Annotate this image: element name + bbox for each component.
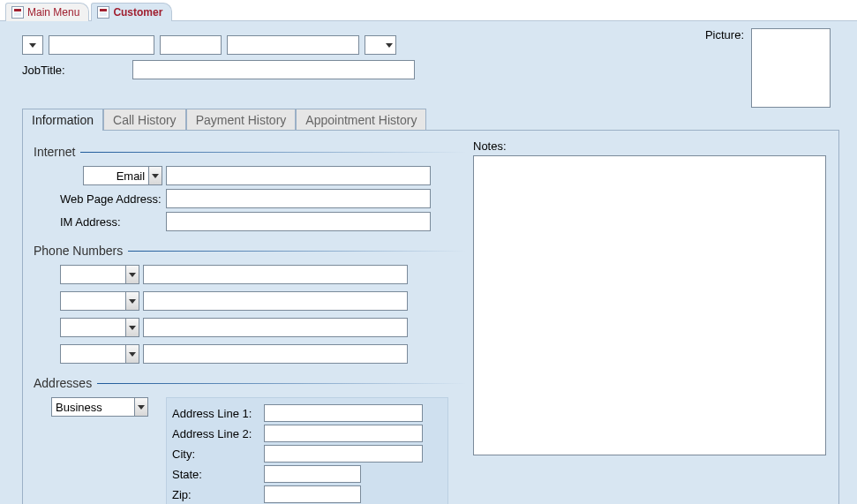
phone-type-combo-1[interactable]	[60, 265, 139, 284]
document-tab-bar: Main Menu Customer	[0, 0, 857, 21]
chevron-down-icon[interactable]	[148, 167, 162, 184]
doc-tab-main-menu[interactable]: Main Menu	[5, 3, 89, 21]
phone-field-3[interactable]	[143, 318, 408, 337]
group-addresses-label: Addresses	[34, 376, 97, 390]
web-field[interactable]	[166, 189, 431, 208]
doc-tab-customer[interactable]: Customer	[91, 3, 172, 21]
im-field[interactable]	[166, 212, 431, 231]
chevron-down-icon[interactable]	[134, 398, 147, 416]
customer-form: JobTitle: Picture: Information Call Hist…	[0, 21, 857, 504]
tab-appointment-history[interactable]: Appointment History	[296, 109, 426, 131]
form-icon	[11, 6, 24, 19]
address-type-combo[interactable]	[51, 397, 148, 417]
notes-label: Notes:	[473, 139, 828, 153]
email-field[interactable]	[166, 166, 431, 185]
picture-frame[interactable]	[751, 28, 831, 108]
phone-type-combo-3[interactable]	[60, 318, 139, 337]
chevron-down-icon[interactable]	[125, 266, 139, 283]
addr-line1-field[interactable]	[264, 404, 423, 422]
last-name-field[interactable]	[227, 35, 359, 55]
address-block: Address Line 1: Address Line 2: City:	[34, 397, 466, 504]
phone-type-value[interactable]	[61, 319, 125, 336]
picture-block: Picture:	[705, 28, 831, 108]
email-type-combo[interactable]	[83, 166, 162, 185]
prefix-dropdown[interactable]	[22, 35, 43, 55]
address-detail: Address Line 1: Address Line 2: City:	[166, 397, 448, 504]
email-type-value[interactable]	[84, 167, 148, 184]
chevron-down-icon[interactable]	[125, 319, 139, 336]
addr-state-field[interactable]	[264, 465, 361, 483]
group-internet-label: Internet	[34, 145, 80, 159]
addr-zip-label: Zip:	[172, 488, 264, 501]
phone-type-combo-2[interactable]	[60, 291, 139, 311]
phone-field-4[interactable]	[143, 344, 408, 364]
doc-tab-label: Customer	[113, 6, 162, 19]
form-icon	[97, 6, 109, 19]
phone-field-1[interactable]	[143, 265, 408, 284]
tab-payment-history[interactable]: Payment History	[186, 109, 297, 131]
doc-tab-label: Main Menu	[27, 6, 79, 19]
first-name-field[interactable]	[49, 35, 154, 55]
tab-strip: Information Call History Payment History…	[22, 108, 839, 130]
phone-type-value[interactable]	[61, 292, 125, 310]
chevron-down-icon	[386, 43, 393, 48]
phone-type-combo-4[interactable]	[60, 344, 139, 364]
jobtitle-label: JobTitle:	[22, 64, 132, 77]
group-addresses: Addresses	[34, 376, 466, 390]
group-phone: Phone Numbers	[34, 244, 466, 258]
tab-information[interactable]: Information	[22, 109, 103, 131]
addr-line2-field[interactable]	[264, 425, 423, 442]
right-column: Notes:	[466, 139, 828, 504]
chevron-down-icon	[29, 43, 36, 48]
address-type-value[interactable]	[52, 398, 134, 416]
phone-type-value[interactable]	[61, 266, 125, 283]
suffix-dropdown[interactable]	[365, 35, 396, 55]
addr-line2-label: Address Line 2:	[172, 427, 264, 440]
addr-city-field[interactable]	[264, 445, 423, 463]
tab-pane-information: Internet Web Page Address: IM Address:	[22, 130, 839, 504]
detail-tab-control: Information Call History Payment History…	[22, 108, 839, 504]
chevron-down-icon[interactable]	[125, 345, 139, 363]
im-label: IM Address:	[60, 215, 166, 229]
jobtitle-field[interactable]	[132, 60, 415, 79]
middle-name-field[interactable]	[160, 35, 222, 55]
group-internet: Internet	[34, 145, 466, 159]
phone-field-2[interactable]	[143, 291, 408, 311]
addr-state-label: State:	[172, 468, 264, 481]
addr-line1-label: Address Line 1:	[172, 407, 264, 420]
addr-zip-field[interactable]	[264, 485, 361, 503]
tab-call-history[interactable]: Call History	[103, 109, 186, 131]
web-label: Web Page Address:	[60, 192, 166, 206]
addr-city-label: City:	[172, 448, 264, 461]
group-phone-label: Phone Numbers	[34, 244, 128, 258]
chevron-down-icon[interactable]	[125, 292, 139, 310]
picture-label: Picture:	[705, 28, 744, 41]
notes-field[interactable]	[473, 155, 826, 455]
left-column: Internet Web Page Address: IM Address:	[34, 139, 466, 504]
phone-type-value[interactable]	[61, 345, 125, 363]
